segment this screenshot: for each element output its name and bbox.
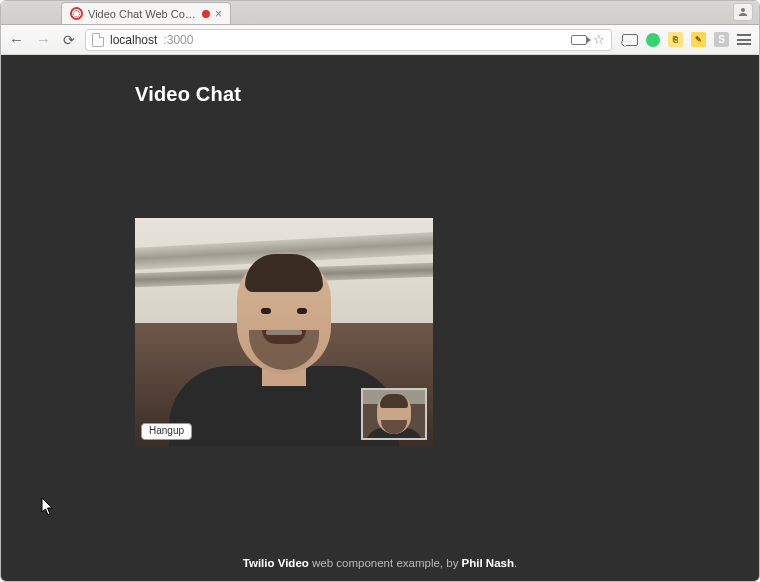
video-chat-container: Hangup <box>135 218 433 446</box>
nav-controls: ← → ⟳ <box>9 32 75 48</box>
footer-text: Twilio Video web component example, by P… <box>1 557 759 569</box>
hangup-button[interactable]: Hangup <box>141 423 192 440</box>
footer-brand: Twilio Video <box>243 557 309 569</box>
url-host: localhost <box>110 33 157 47</box>
footer-author-link[interactable]: Phil Nash <box>462 557 514 569</box>
cast-icon[interactable] <box>622 34 638 46</box>
page-viewport: Video Chat <box>1 55 759 581</box>
extension-green-icon[interactable] <box>646 33 660 47</box>
profile-button[interactable] <box>733 3 753 21</box>
browser-tab[interactable]: Video Chat Web Compo × <box>61 2 231 24</box>
recording-indicator-icon <box>202 10 210 18</box>
twilio-favicon-icon <box>70 7 83 20</box>
extension-s-icon[interactable]: S <box>714 32 729 47</box>
close-tab-button[interactable]: × <box>215 8 222 20</box>
toolbar-extensions: ⎘ ✎ S <box>622 32 751 47</box>
back-button[interactable]: ← <box>9 32 24 47</box>
user-icon <box>737 6 749 18</box>
local-video-thumbnail <box>361 388 427 440</box>
bookmark-star-icon[interactable]: ☆ <box>593 32 605 47</box>
browser-window: Video Chat Web Compo × ← → ⟳ localhost:3… <box>0 0 760 582</box>
browser-toolbar: ← → ⟳ localhost:3000 ☆ ⎘ ✎ S <box>1 25 759 55</box>
tab-title: Video Chat Web Compo <box>88 8 197 20</box>
menu-button[interactable] <box>737 34 751 45</box>
footer-middle: web component example, by <box>309 557 462 569</box>
footer-suffix: . <box>514 557 517 569</box>
camera-permission-icon[interactable] <box>571 35 587 45</box>
page-icon <box>92 33 104 47</box>
page-title: Video Chat <box>135 83 759 106</box>
tab-strip: Video Chat Web Compo × <box>1 1 759 25</box>
extension-yellow-2-icon[interactable]: ✎ <box>691 32 706 47</box>
forward-button[interactable]: → <box>36 32 51 47</box>
reload-button[interactable]: ⟳ <box>63 32 75 48</box>
extension-yellow-1-icon[interactable]: ⎘ <box>668 32 683 47</box>
mouse-cursor-icon <box>41 497 55 517</box>
url-port: :3000 <box>163 33 193 47</box>
address-bar[interactable]: localhost:3000 ☆ <box>85 29 612 51</box>
